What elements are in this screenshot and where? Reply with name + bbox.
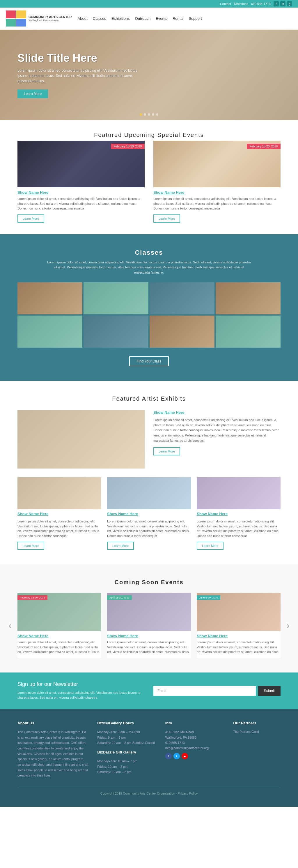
class-img-3 [150,282,214,314]
footer-hours: Office/Gallery Hours Monday–Thu: 9 am – … [97,721,157,778]
exhibit-card-cta-3[interactable]: Learn More [197,542,224,550]
coming-event-title-1[interactable]: Show Name Here [18,634,101,638]
hero-dot-2[interactable] [144,113,146,116]
featured-exhibit-cta[interactable]: Learn More [153,447,180,456]
event-title-1[interactable]: Show Name Here [18,190,145,195]
exhibit-card-cta-1[interactable]: Learn More [18,542,44,550]
coming-event-badge-1: February 18-20, 2019 [18,595,47,600]
exhibit-card-img-3 [197,477,280,509]
footer-hours-sat: Saturday: 10 am – 2 pm Sunday: Closed [97,740,157,746]
footer-about: About Us The Community Arts Center is in… [18,721,89,778]
logo-q3 [6,19,16,27]
hero-title: Slide Title Here [18,52,140,64]
footer-email[interactable]: info@communityartscenter.org [165,746,209,750]
footer-grid: About Us The Community Arts Center is in… [18,721,280,778]
nav-outreach[interactable]: Outreach [135,16,151,21]
exhibits-title: Featured Artist Exhibits [18,395,280,402]
logo-q4 [16,19,26,27]
newsletter-form: Submit [153,686,280,696]
exhibit-card-2: Show Name Here Lorem ipsum dolor sit ame… [107,477,191,550]
google-icon[interactable]: g [287,1,292,6]
coming-soon-title: Coming Soon Events [18,579,280,586]
logo-q1 [6,10,16,18]
class-img-1 [18,282,82,314]
newsletter-section: Sign up for our Newsletter Lorem ipsum d… [0,673,298,709]
coming-event-badge-3: June 6-20, 2019 [197,595,220,600]
coming-event-img-1: February 18-20, 2019 [18,593,101,631]
nav-classes[interactable]: Classes [93,16,106,21]
carousel-next-button[interactable]: › [287,621,289,630]
hero-dot-3[interactable] [148,113,150,116]
nav-exhibitions[interactable]: Exhibitions [111,16,130,21]
nav-about[interactable]: About [78,16,88,21]
hero-dot-5[interactable] [156,113,158,116]
coming-event-body-3: Lorem ipsum dolor sit amet, consectetur … [197,640,280,654]
footer-twitter-icon[interactable]: t [173,753,180,759]
newsletter-email-input[interactable] [153,686,256,696]
footer-about-text: The Community Arts Center is in Wallingf… [18,729,89,778]
footer-city-state: Wallingford, PA 19086 [165,735,225,740]
footer-phone: 610.566.1713 [165,740,225,746]
event-card-2: February 18-20, 2019 Show Name Here Lore… [153,141,280,223]
carousel-prev-button[interactable]: ‹ [9,621,11,630]
newsletter-submit-button[interactable]: Submit [258,686,280,696]
exhibit-card-cta-2[interactable]: Learn More [107,542,134,550]
class-img-5 [18,315,82,348]
exhibit-card-title-3[interactable]: Show Name Here [197,512,280,516]
hero-dot-1[interactable] [140,113,142,116]
footer-gift-hours-0: Monday–Thu: 10 am – 7 pm [97,758,157,764]
footer-partners: Our Partners The Patrons Guild [233,721,280,778]
exhibit-card-img-2 [107,477,191,509]
facebook-icon[interactable]: f [273,1,279,6]
hero-dot-4[interactable] [152,113,154,116]
event-title-2[interactable]: Show Name Here [153,190,280,195]
featured-exhibit-info: Show Name Here Lorem ipsum dolor sit ame… [153,410,280,456]
class-img-2 [84,282,148,314]
footer-youtube-icon[interactable]: ▶ [181,753,188,759]
event-cta-2[interactable]: Learn More [153,214,180,223]
class-img-4 [216,282,280,314]
exhibit-cards: Show Name Here Lorem ipsum dolor sit ame… [18,477,280,550]
coming-event-card-1: February 18-20, 2019 Show Name Here Lore… [18,593,101,658]
newsletter-body: Lorem ipsum dolor sit amet, consectetur … [18,690,145,701]
exhibit-card-img-1 [18,477,101,509]
linkedin-icon[interactable]: in [280,1,286,6]
contact-link[interactable]: Contact [220,2,231,5]
main-nav: About Classes Exhibitions Outreach Event… [78,16,202,21]
class-img-6 [84,315,148,348]
newsletter-text: Sign up for our Newsletter Lorem ipsum d… [18,681,145,701]
exhibit-card-title-2[interactable]: Show Name Here [107,512,191,516]
exhibit-card-1: Show Name Here Lorem ipsum dolor sit ame… [18,477,101,550]
class-img-8 [216,315,280,348]
coming-event-title-2[interactable]: Show Name Here [107,634,191,638]
events-grid: February 18-20, 2019 Show Name Here Lore… [18,141,280,223]
footer-facebook-icon[interactable]: f [165,753,172,759]
event-cta-1[interactable]: Learn More [18,214,44,223]
coming-events-grid: February 18-20, 2019 Show Name Here Lore… [18,593,280,658]
directions-link[interactable]: Directions [234,2,248,5]
classes-cta-wrap: Find Your Class [18,356,280,366]
coming-event-badge-2: April 18-20, 2019 [107,595,132,600]
coming-event-title-3[interactable]: Show Name Here [197,634,280,638]
classes-grid [18,282,280,348]
nav-events[interactable]: Events [156,16,167,21]
footer-hours-title: Office/Gallery Hours [97,721,157,725]
carousel-wrapper: ‹ February 18-20, 2019 Show Name Here Lo… [18,593,280,658]
nav-rental[interactable]: Rental [173,16,184,21]
footer-partner-link[interactable]: The Patrons Guild [233,730,259,733]
hero-cta-button[interactable]: Learn More [18,89,48,98]
logo-area[interactable]: COMMUNiTY ARTS CENTER Wallingford, Penns… [6,10,72,27]
coming-event-body-1: Lorem ipsum dolor sit amet, consectetur … [18,640,101,654]
newsletter-title: Sign up for our Newsletter [18,681,145,687]
footer: About Us The Community Arts Center is in… [0,709,298,807]
classes-cta-button[interactable]: Find Your Class [129,356,169,366]
nav-support[interactable]: Support [189,16,202,21]
featured-exhibit: Show Name Here Lorem ipsum dolor sit ame… [18,410,280,468]
hero-body: Lorem ipsum dolor sit amet, consectetur … [18,68,140,84]
header: COMMUNiTY ARTS CENTER Wallingford, Penns… [0,7,298,30]
footer-info: Info 414 Plush Mill Road Wallingford, PA… [165,721,225,778]
featured-exhibit-title[interactable]: Show Name Here [153,410,280,414]
footer-gift-title: BizDazzle Gift Gallery [97,750,157,754]
footer-gift-hours-2: Saturday: 10 am – 2 pm [97,769,157,775]
exhibit-card-title-1[interactable]: Show Name Here [18,512,101,516]
